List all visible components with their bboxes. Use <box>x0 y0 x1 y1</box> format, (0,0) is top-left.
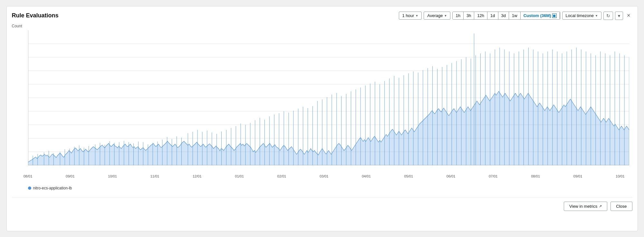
more-options-button[interactable]: ▾ <box>615 12 623 20</box>
chart-container: 0 20 40 60 80 100 120 140 160 180 <box>28 30 629 165</box>
svg-marker-20 <box>28 91 629 165</box>
time-btn-12h[interactable]: 12h <box>474 12 487 19</box>
x-label-0701: 07/01 <box>489 174 498 178</box>
timezone-caret-icon: ▼ <box>595 14 598 17</box>
y-axis-label: Count <box>12 24 22 28</box>
time-range-group: 1h 3h 12h 1d 3d 1w Custom (36M) ▦ <box>452 12 560 20</box>
x-label-1001b: 10/01 <box>616 174 625 178</box>
close-button[interactable]: Close <box>610 202 632 211</box>
x-label-0301: 03/01 <box>320 174 329 178</box>
x-label-0801b: 08/01 <box>531 174 540 178</box>
chart-area: Count 0 20 40 60 80 100 120 <box>12 24 632 178</box>
time-btn-3h[interactable]: 3h <box>464 12 474 19</box>
view-in-metrics-button[interactable]: View in metrics ↗ <box>564 202 607 211</box>
x-label-0201: 02/01 <box>277 174 286 178</box>
x-label-0101: 01/01 <box>235 174 244 178</box>
x-label-0601: 06/01 <box>447 174 456 178</box>
rule-evaluations-panel: Rule Evaluations 1 hour ▼ Average ▼ 1h 3… <box>6 6 638 231</box>
x-axis-labels: 08/01 09/01 10/01 11/01 12/01 01/01 02/0… <box>28 174 629 178</box>
x-label-0501: 05/01 <box>404 174 413 178</box>
more-icon: ▾ <box>618 13 620 18</box>
x-label-1201: 12/01 <box>193 174 202 178</box>
external-link-icon: ↗ <box>599 204 602 208</box>
x-label-0401: 04/01 <box>362 174 371 178</box>
time-btn-1w[interactable]: 1w <box>509 12 521 19</box>
x-label-0901b: 09/01 <box>573 174 582 178</box>
timezone-selector[interactable]: Local timezone ▼ <box>562 12 601 20</box>
time-btn-1h[interactable]: 1h <box>453 12 463 19</box>
legend-series-name: nitro-ecs-application-lb <box>33 186 72 190</box>
time-btn-custom[interactable]: Custom (36M) ▦ <box>521 12 560 19</box>
refresh-icon: ↻ <box>606 13 610 18</box>
time-btn-3d[interactable]: 3d <box>498 12 509 19</box>
interval-caret-icon: ▼ <box>415 14 418 17</box>
close-icon: × <box>627 12 630 19</box>
stat-selector[interactable]: Average ▼ <box>424 12 450 20</box>
x-label-1101: 11/01 <box>150 174 159 178</box>
refresh-button[interactable]: ↻ <box>603 12 613 20</box>
x-label-1001: 10/01 <box>108 174 117 178</box>
chart-legend: nitro-ecs-application-lb <box>28 186 72 190</box>
toolbar: 1 hour ▼ Average ▼ 1h 3h 12h 1d 3d 1w Cu… <box>399 12 632 20</box>
interval-selector[interactable]: 1 hour ▼ <box>399 12 422 20</box>
panel-footer: View in metrics ↗ Close <box>12 197 632 211</box>
time-btn-1d[interactable]: 1d <box>487 12 498 19</box>
legend-color-dot <box>28 187 31 190</box>
stat-caret-icon: ▼ <box>444 14 447 17</box>
chart-svg: 0 20 40 60 80 100 120 140 160 180 <box>28 30 629 165</box>
x-label-0801a: 08/01 <box>24 174 33 178</box>
calendar-icon: ▦ <box>552 14 557 18</box>
panel-header: Rule Evaluations 1 hour ▼ Average ▼ 1h 3… <box>12 12 632 20</box>
close-panel-button[interactable]: × <box>625 12 632 20</box>
x-label-0901: 09/01 <box>66 174 75 178</box>
panel-title: Rule Evaluations <box>12 12 59 19</box>
